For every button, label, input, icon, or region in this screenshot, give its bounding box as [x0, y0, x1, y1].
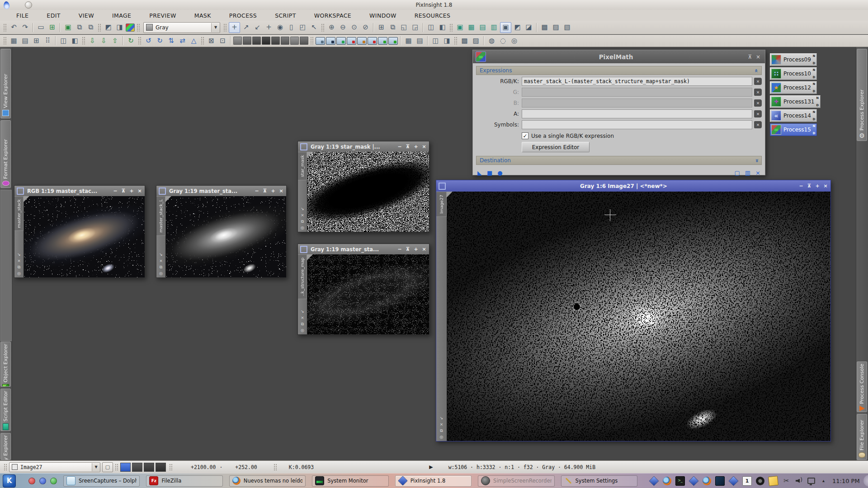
- screen-track-icon[interactable]: [378, 37, 387, 45]
- notes-tray-icon[interactable]: [768, 475, 778, 486]
- task-simplescreenrecorder[interactable]: SimpleScreenRecorder: [478, 475, 554, 487]
- klipper-number-tray-icon[interactable]: 1: [742, 476, 752, 486]
- image-canvas-star-mask[interactable]: [307, 152, 429, 232]
- process09-button[interactable]: Process09 ND: [770, 53, 817, 66]
- expression-input[interactable]: [522, 88, 752, 97]
- zoom-button[interactable]: +: [413, 144, 419, 149]
- object-explorer-window-icon[interactable]: ⠿: [42, 36, 53, 46]
- tab-object-explorer[interactable]: Object Explorer: [0, 342, 11, 387]
- screen-transfer-up-icon[interactable]: [336, 37, 346, 45]
- strip-duplicate-icon[interactable]: ⧉: [301, 322, 304, 326]
- screen-stop-icon[interactable]: [368, 37, 377, 45]
- menu-workspace[interactable]: WORKSPACE: [314, 12, 351, 19]
- pixelmath-titlebar[interactable]: ∞ PixelMath ⊼ ×: [473, 50, 765, 63]
- window-titlebar[interactable]: Gray 1:19 star_mask |... − ⊼ + ×: [298, 141, 429, 152]
- flip-horizontal-icon[interactable]: ⇄: [177, 36, 188, 46]
- shade-button[interactable]: ⊼: [262, 188, 268, 193]
- edit-preview-mode-icon[interactable]: ◰: [297, 23, 308, 33]
- stf-shadows-icon[interactable]: ◪: [524, 23, 534, 33]
- realtime-preview-icon[interactable]: ●: [497, 170, 502, 176]
- strip-selection-icon[interactable]: ↘: [301, 310, 304, 314]
- tile-windows-icon[interactable]: ⊞: [376, 23, 387, 33]
- strip-selection-icon[interactable]: ↘: [159, 253, 163, 257]
- menu-image[interactable]: IMAGE: [112, 12, 131, 19]
- clear-expression-icon[interactable]: ×: [754, 121, 762, 128]
- histogram-window-icon[interactable]: ◫: [430, 36, 441, 46]
- browse-documentation-icon[interactable]: ▢: [735, 170, 740, 176]
- clear-expression-icon[interactable]: ×: [754, 99, 762, 107]
- strip-duplicate-icon[interactable]: ⧉: [160, 265, 162, 269]
- pixinsight-tray-icon[interactable]: [689, 476, 699, 486]
- zoom-button[interactable]: +: [815, 183, 820, 188]
- rotate-cw-icon[interactable]: ↻: [155, 36, 165, 46]
- new-image-icon[interactable]: ⊞: [47, 23, 57, 33]
- strip-selection-icon[interactable]: ↘: [301, 207, 304, 211]
- shade-button[interactable]: ⊼: [807, 183, 812, 188]
- split-display-icon[interactable]: ◨: [114, 23, 125, 33]
- zoom-contract-icon[interactable]: ↙: [252, 23, 263, 33]
- process14-button[interactable]: « Process14 ND: [770, 109, 817, 122]
- redo-icon[interactable]: ↷: [20, 23, 30, 33]
- scissors-tray-icon[interactable]: ✂: [782, 477, 791, 485]
- strip-duplicate-icon[interactable]: ⧉: [301, 220, 304, 224]
- view-tab[interactable]: master_stack: [14, 196, 24, 231]
- menu-process[interactable]: PROCESS: [229, 12, 257, 19]
- annotations-icon[interactable]: ◎: [509, 36, 519, 46]
- gray-swatch-8-icon[interactable]: [300, 37, 308, 45]
- import-module-icon[interactable]: ⇩: [99, 36, 109, 46]
- preview-select-icon[interactable]: ◍: [486, 36, 497, 46]
- firefox-tray-icon[interactable]: [703, 477, 711, 485]
- statistics-window-icon[interactable]: ◨: [442, 36, 452, 46]
- enable-mask-icon[interactable]: ▧: [562, 23, 572, 33]
- expressions-section-header[interactable]: Expressions «: [476, 66, 762, 75]
- duplicate-window-icon[interactable]: ⧉: [85, 23, 96, 33]
- konsole-tray-icon[interactable]: [675, 476, 685, 486]
- konsole-blue-tray-icon[interactable]: [715, 476, 725, 486]
- flip-vertical-icon[interactable]: ⇅: [166, 36, 176, 46]
- open-process-icon[interactable]: ⇩: [87, 36, 98, 46]
- strip-readout-icon[interactable]: ◎: [440, 435, 443, 439]
- pager-dot-green[interactable]: [50, 478, 57, 484]
- pager-dot-red[interactable]: [28, 478, 35, 484]
- task-system-monitor[interactable]: System Monitor: [312, 475, 388, 487]
- screen-active-icon[interactable]: [388, 37, 398, 45]
- center-view-icon[interactable]: ◉: [275, 23, 285, 33]
- minimize-button[interactable]: −: [113, 188, 118, 193]
- new-window-icon[interactable]: ▣: [63, 23, 73, 33]
- image-window-image27[interactable]: Gray 1:6 Image27 | <*new*> − ⊼ + × Image…: [436, 180, 831, 441]
- task-dolphin[interactable]: SreenCaptures – Dolphin: [63, 475, 140, 487]
- rotate-ccw-icon[interactable]: ↺: [143, 36, 154, 46]
- shade-button[interactable]: ⊼: [405, 247, 410, 252]
- close-button[interactable]: ×: [137, 188, 142, 193]
- window-titlebar[interactable]: Gray 1:19 master_sta... − ⊼ + ×: [156, 186, 286, 196]
- close-button[interactable]: ×: [421, 144, 427, 149]
- readout-options-icon[interactable]: ▤: [415, 36, 425, 46]
- task-firefox[interactable]: Nuevos temas no leídos - M: [229, 475, 306, 487]
- documentation-icon[interactable]: ▥: [745, 170, 750, 176]
- display-mode-select[interactable]: Gray ▼: [143, 22, 220, 33]
- pixel-readout-table-icon[interactable]: ▦: [403, 36, 414, 46]
- view-properties-button[interactable]: ▢: [102, 462, 113, 472]
- history-explorer-window-icon[interactable]: ⊞: [31, 36, 42, 46]
- stf-link-rgb-icon[interactable]: ▥: [489, 23, 499, 33]
- image-window-master-stack-l[interactable]: Gray 1:19 master_sta... − ⊼ + × master_s…: [156, 185, 287, 278]
- clear-expression-icon[interactable]: ×: [754, 110, 762, 117]
- tab-process-console[interactable]: Process Console: [857, 361, 867, 412]
- chevron-down-icon[interactable]: ▼: [211, 23, 220, 32]
- task-filezilla[interactable]: FileZilla: [146, 475, 222, 487]
- close-button[interactable]: ×: [421, 247, 427, 252]
- invert-mask-icon[interactable]: ▨: [551, 23, 561, 33]
- cascade-windows-icon[interactable]: ⧉: [387, 23, 398, 33]
- zoom-1-1-icon[interactable]: ⊙: [349, 23, 359, 33]
- minimize-button[interactable]: −: [254, 188, 259, 193]
- minimize-button[interactable]: −: [397, 144, 402, 149]
- fit-views-icon[interactable]: ◫: [426, 23, 436, 33]
- window-titlebar[interactable]: Gray 1:6 Image27 | <*new*> − ⊼ + ×: [436, 180, 830, 192]
- kde-menu-button[interactable]: K: [3, 474, 16, 488]
- tab-process-explorer[interactable]: Process Explorer ⚙: [857, 49, 867, 141]
- strip-readout-icon[interactable]: ◎: [17, 272, 21, 276]
- menu-view[interactable]: VIEW: [79, 12, 94, 19]
- readout-swatch-blue[interactable]: [120, 463, 131, 472]
- close-dialog-button[interactable]: ×: [754, 54, 762, 60]
- window-titlebar[interactable]: Gray 1:19 master_sta... − ⊼ + ×: [298, 244, 429, 254]
